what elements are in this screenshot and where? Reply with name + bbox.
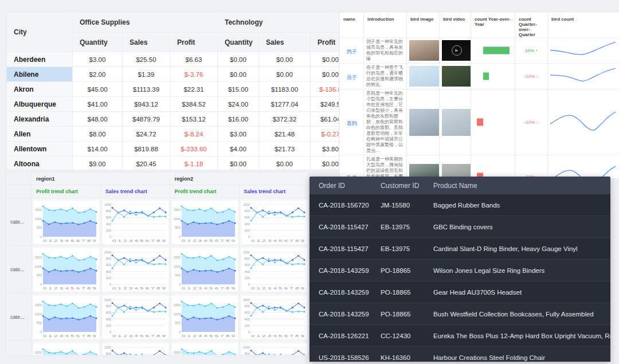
svg-text:1000: 1000: [242, 346, 249, 349]
profit-trend-chart: 0500100015000 1 2 3 4 5 6 7 8 9: [172, 296, 238, 339]
pivot-value-cell: $1113.39: [123, 82, 170, 97]
svg-text:1500: 1500: [174, 351, 181, 354]
sales-trend-chart-panel: 020040060080010000 1 2 3 4 5 6 7 8 9: [241, 296, 307, 339]
order-row[interactable]: CA-2018-126221CC-12430Eureka The Boss Pl…: [310, 325, 610, 347]
svg-text:1000: 1000: [242, 203, 249, 206]
pivot-city-cell[interactable]: Abilene: [7, 67, 73, 82]
pivot-value-cell: $-0.27: [311, 127, 340, 142]
svg-text:0 1 2 3 4 5 6 7 8 9: 0 1 2 3 4 5 6 7 8 9: [251, 334, 304, 338]
svg-text:0: 0: [109, 235, 111, 238]
pivot-city-cell[interactable]: Aberdeen: [7, 52, 73, 67]
bird-count-cell: [548, 38, 619, 64]
bird-video[interactable]: [442, 66, 471, 87]
pivot-value-cell: $153.12: [170, 112, 218, 127]
pivot-city-cell[interactable]: Allentown: [7, 142, 73, 156]
profit-trend-chart-panel: 0500100015000 1 2 3 4 5 6 7 8 9: [33, 248, 99, 291]
bird-video-cell: [440, 89, 471, 155]
pivot-value-cell: $14.00: [73, 142, 123, 156]
customer-id-cell: KH-16360: [371, 347, 424, 362]
bird-row: 燕子燕子是一种善于飞行的鸟类，通常栖息在房屋和建筑物的附近。-10% ↓: [340, 64, 619, 89]
bird-video-cell: ▶: [440, 38, 471, 64]
svg-text:800: 800: [106, 352, 111, 355]
svg-text:500: 500: [37, 226, 42, 229]
order-row[interactable]: CA-2018-156720JM-15580Bagged Rubber Band…: [310, 194, 610, 216]
bird-col-header: name: [340, 13, 364, 38]
pivot-value-cell: $819.88: [123, 142, 170, 156]
order-grid: Order IDCustomer IDProduct NameCA-2018-1…: [310, 177, 610, 362]
pivot-value-cell: $372.32: [259, 112, 311, 127]
pivot-value-cell: $249.5: [311, 97, 340, 112]
svg-text:800: 800: [244, 209, 249, 213]
svg-text:0 1 2 3 4 5 6 7 8 9: 0 1 2 3 4 5 6 7 8 9: [112, 239, 166, 242]
sales-trend-chart: 020040060080010000 1 2 3 4 5 6 7 8 9: [103, 201, 169, 244]
bird-video[interactable]: ▶: [442, 40, 471, 61]
pivot-row: Akron$45.00$1113.39$22.31$15.00$1183.00$…: [7, 82, 340, 97]
profit-trend-chart: 0500100015000 1 2 3 4 5 6 7 8 9: [33, 248, 99, 291]
category-row-label: cate...: [6, 198, 32, 246]
pivot-row: Aberdeen$3.00$25.50$6.63$0.00$0.00$0.00: [7, 52, 340, 67]
pivot-city-cell[interactable]: Allen: [7, 127, 73, 142]
svg-text:600: 600: [106, 216, 111, 219]
bird-image[interactable]: [409, 66, 439, 87]
svg-text:500: 500: [175, 273, 181, 277]
bird-col-header: introduction: [364, 13, 407, 38]
bird-image[interactable]: [409, 40, 439, 61]
play-icon[interactable]: ▶: [452, 45, 462, 56]
sales-chart-cell: 020040060080010000 1 2 3 4 5 6 7 8 9: [240, 246, 309, 293]
bird-video[interactable]: [442, 109, 471, 136]
bird-name-link[interactable]: 鸽子: [340, 38, 364, 64]
pivot-value-cell: $0.00: [311, 67, 340, 82]
pivot-value-cell: $943.12: [123, 97, 170, 112]
svg-text:500: 500: [37, 273, 42, 277]
pivot-city-cell[interactable]: Albuquerque: [7, 97, 73, 112]
profit-chart-cell: 0500100015000 1 2 3 4 5 6 7 8 9: [170, 198, 240, 246]
svg-text:1000: 1000: [35, 217, 42, 220]
order-row[interactable]: CA-2018-115427EB-13975GBC Binding covers: [310, 216, 610, 238]
pivot-city-cell[interactable]: Altoona: [7, 156, 73, 171]
pivot-value-cell: $0.00: [311, 156, 340, 171]
order-col-header: Order ID: [310, 177, 371, 194]
pivot-value-cell: $8.00: [73, 127, 123, 142]
order-row[interactable]: CA-2018-143259PO-18865Bush Westfield Col…: [310, 303, 610, 325]
svg-text:1000: 1000: [104, 203, 111, 206]
order-row[interactable]: CA-2018-115427EB-13975Cardinal Slant-D R…: [310, 238, 610, 260]
svg-text:0: 0: [248, 235, 250, 238]
sales-trend-chart-panel: 020040060080010000 1 2 3 4 5 6 7 8 9: [103, 296, 169, 339]
pivot-value-cell: $21.73: [259, 142, 311, 156]
bird-name-link[interactable]: 燕子: [340, 64, 364, 89]
svg-text:400: 400: [244, 317, 249, 320]
profit-trend-chart: 0500100015000 1 2 3 4 5 6 7 8 9: [33, 296, 99, 339]
bird-name-link[interactable]: 喜鹊: [340, 89, 364, 155]
chart-grid-row: cate...0500100015000 1 2 3 4 5 6 7 8 902…: [6, 246, 309, 293]
svg-text:800: 800: [106, 209, 111, 213]
bird-name-link[interactable]: 孔雀: [340, 155, 364, 179]
svg-text:500: 500: [175, 321, 181, 324]
pivot-value-cell: $0.00: [311, 52, 340, 67]
pivot-city-cell[interactable]: Alexandria: [7, 112, 73, 127]
order-id-cell: CA-2018-126221: [310, 325, 371, 347]
pivot-value-cell: $16.00: [218, 112, 259, 127]
pivot-city-cell[interactable]: Akron: [7, 82, 73, 97]
bird-image[interactable]: [409, 109, 439, 136]
pivot-col-header: Profit: [311, 33, 340, 52]
order-row[interactable]: US-2018-158526KH-16360Harbour Creations …: [310, 347, 610, 362]
pivot-row: Allen$8.00$24.72$-8.24$3.00$21.48$-0.27: [7, 127, 340, 142]
svg-text:1500: 1500: [35, 256, 42, 259]
svg-text:0 1 2 3 4 5 6 7 8 9: 0 1 2 3 4 5 6 7 8 9: [43, 287, 96, 290]
svg-text:0: 0: [179, 235, 181, 238]
pivot-table: CityOffice SuppliesTechnologyQuantitySal…: [6, 11, 339, 170]
svg-text:0: 0: [248, 283, 250, 286]
sales-trend-chart: 020040060080010000 1 2 3 4 5 6 7 8 9: [103, 343, 169, 356]
product-name-cell: Gear Head AU3700S Headset: [424, 281, 610, 303]
customer-id-cell: PO-18865: [371, 260, 424, 281]
chart-grid-row: cate...0500100015000 1 2 3 4 5 6 7 8 902…: [6, 341, 309, 355]
order-row[interactable]: CA-2018-143259PO-18865Wilson Jones Legal…: [310, 260, 610, 281]
region-header-1: region1: [32, 173, 171, 185]
order-row[interactable]: CA-2018-143259PO-18865Gear Head AU3700S …: [310, 281, 610, 303]
pivot-row: Allentown$14.00$819.88$-233.60$4.00$21.7…: [7, 142, 340, 156]
pivot-value-cell: $0.00: [259, 52, 311, 67]
pivot-value-cell: $24.00: [218, 97, 259, 112]
pivot-col-header: Quantity: [218, 33, 259, 52]
bird-qoq-cell: 10% ↑: [515, 38, 548, 64]
svg-text:1500: 1500: [174, 303, 181, 307]
